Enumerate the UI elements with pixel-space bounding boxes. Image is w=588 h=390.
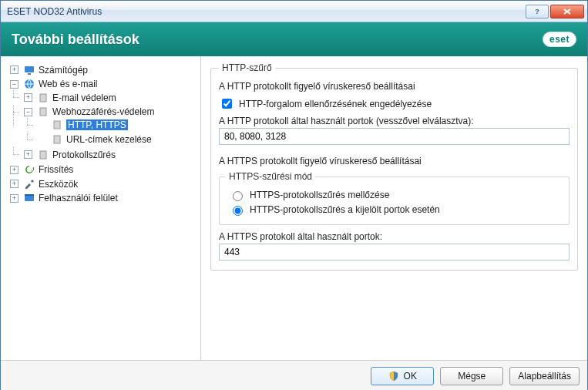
tree-label: Számítógép xyxy=(39,65,88,76)
tree-node-web-access: − Webhozzáférés-védelem HTTP, HTTPS xyxy=(21,105,197,148)
tree-node-ui: + Felhasználói felület xyxy=(7,191,197,206)
expand-icon[interactable]: + xyxy=(10,180,18,188)
tree-node-web-email: − Web és e-mail + E-mail védelem xyxy=(7,77,197,163)
tree-label: Protokollszűrés xyxy=(52,150,116,160)
settings-panel: HTTP-szűrő A HTTP protokollt figyelő vír… xyxy=(201,56,587,360)
default-label: Alapbeállítás xyxy=(518,371,571,382)
close-button[interactable] xyxy=(550,5,584,18)
tree-label: Web és e-mail xyxy=(39,79,97,89)
ui-icon xyxy=(23,192,35,204)
tools-icon xyxy=(23,178,35,190)
expand-icon[interactable]: + xyxy=(10,194,18,203)
monitor-icon xyxy=(23,64,35,76)
tree-node-updates: + Frissítés xyxy=(7,163,197,177)
https-ports-input[interactable] xyxy=(219,244,570,261)
http-ports-input[interactable] xyxy=(219,128,570,145)
dialog-footer: OK Mégse Alapbeállítás xyxy=(1,360,587,390)
cancel-button[interactable]: Mégse xyxy=(440,367,503,385)
http-traffic-checkbox[interactable] xyxy=(222,99,232,109)
https-mode-fieldset: HTTPS-szűrési mód HTTPS-protokollszűrés … xyxy=(219,171,570,225)
tree-node-http-https: HTTP, HTTPS xyxy=(35,118,197,133)
tree-node-computer: + Számítógép xyxy=(7,62,197,77)
page-header: További beállítások eset xyxy=(1,22,587,56)
app-window: ESET NOD32 Antivirus ? További beállítás… xyxy=(0,0,588,390)
tree-label: Eszközök xyxy=(39,179,78,190)
tree-label: Webhozzáférés-védelem xyxy=(52,106,155,117)
svg-rect-2 xyxy=(28,73,31,75)
https-mode-none-radio[interactable] xyxy=(233,191,243,201)
refresh-icon xyxy=(23,163,35,176)
tree-label: URL-címek kezelése xyxy=(66,134,152,145)
shield-icon xyxy=(388,371,399,382)
brand-badge: eset xyxy=(543,32,576,47)
https-mode-legend: HTTPS-szűrési mód xyxy=(226,171,315,182)
fieldset-legend: HTTP-szűrő xyxy=(219,62,275,73)
svg-rect-10 xyxy=(25,194,34,196)
tree-spacer xyxy=(38,135,46,143)
https-section-heading: A HTTPS protokollt figyelő víruskereső b… xyxy=(219,156,570,166)
document-icon xyxy=(37,149,49,161)
cancel-label: Mégse xyxy=(458,371,486,382)
tree-node-protocol-filtering: + Protokollszűrés xyxy=(21,147,197,162)
brand-logo: eset xyxy=(543,32,576,47)
collapse-icon[interactable]: − xyxy=(24,108,32,116)
svg-rect-7 xyxy=(54,136,60,143)
https-mode-none-label: HTTPS-protokollszűrés mellőzése xyxy=(250,190,389,200)
http-traffic-label: HTTP-forgalom ellenőrzésének engedélyezé… xyxy=(239,99,432,109)
window-title: ESET NOD32 Antivirus xyxy=(7,6,524,17)
https-mode-selected-radio[interactable] xyxy=(233,206,243,216)
svg-rect-8 xyxy=(40,151,46,159)
document-icon xyxy=(51,133,63,146)
ok-button[interactable]: OK xyxy=(371,367,434,385)
page-title: További beállítások xyxy=(12,32,543,48)
tree-node-email-protection: + E-mail védelem xyxy=(21,90,197,105)
document-icon xyxy=(37,106,49,118)
https-mode-selected-label: HTTPS-protokollszűrés a kijelölt portok … xyxy=(250,204,440,215)
expand-icon[interactable]: + xyxy=(24,93,32,102)
svg-text:?: ? xyxy=(535,8,539,15)
default-button[interactable]: Alapbeállítás xyxy=(509,367,580,385)
document-icon xyxy=(37,92,49,104)
svg-rect-1 xyxy=(25,66,34,72)
collapse-icon[interactable]: − xyxy=(10,80,18,89)
globe-icon xyxy=(23,78,35,90)
ok-label: OK xyxy=(404,371,417,382)
titlebar: ESET NOD32 Antivirus ? xyxy=(1,1,587,22)
tree-node-url-management: URL-címek kezelése xyxy=(35,133,197,147)
expand-icon[interactable]: + xyxy=(10,66,18,74)
http-section-heading: A HTTP protokollt figyelő víruskereső be… xyxy=(219,81,570,92)
content-body: + Számítógép − Web és e-mail + xyxy=(1,56,587,360)
https-ports-label: A HTTPS protokoll által használt portok: xyxy=(219,231,570,242)
tree-label: HTTP, HTTPS xyxy=(66,119,128,130)
expand-icon[interactable]: + xyxy=(10,166,18,174)
http-ports-label: A HTTP protokoll által használt portok (… xyxy=(219,116,570,126)
tree-spacer xyxy=(38,121,46,129)
document-icon xyxy=(51,119,63,131)
tree-label: E-mail védelem xyxy=(52,92,116,103)
tree-label: Felhasználói felület xyxy=(39,193,118,203)
svg-rect-4 xyxy=(40,94,46,102)
svg-rect-5 xyxy=(40,108,46,116)
http-filter-fieldset: HTTP-szűrő A HTTP protokollt figyelő vír… xyxy=(210,62,578,271)
expand-icon[interactable]: + xyxy=(24,150,32,159)
tree-label: Frissítés xyxy=(39,164,73,175)
tree-node-tools: + Eszközök xyxy=(7,177,197,191)
help-button[interactable]: ? xyxy=(526,5,549,18)
svg-rect-6 xyxy=(54,121,60,129)
settings-tree: + Számítógép − Web és e-mail + xyxy=(1,56,201,360)
